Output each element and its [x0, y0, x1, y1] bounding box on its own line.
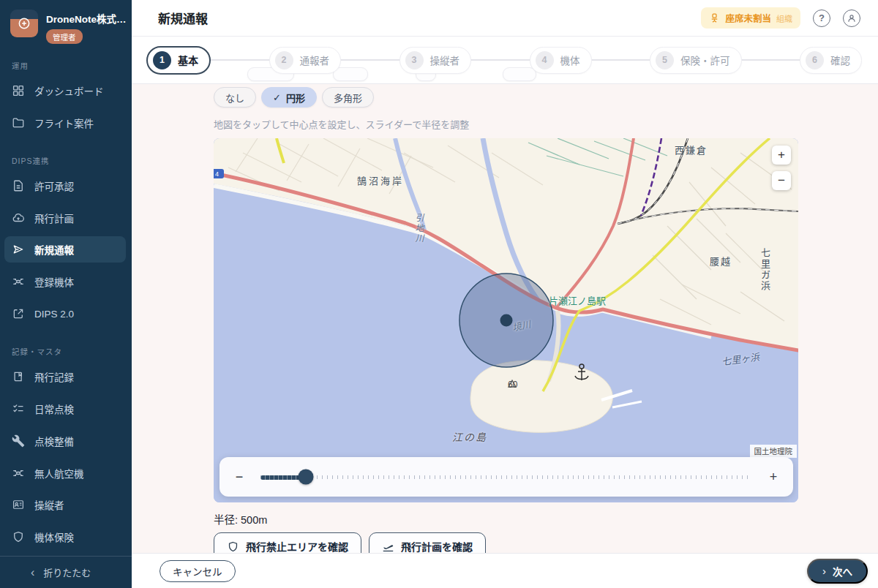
shape-option-label: 多角形: [334, 91, 362, 105]
main-area: 新規通報 座席未割当 組織 ? 1 基本 2 通報者: [132, 0, 878, 588]
clipped-button: [503, 67, 536, 81]
folder-icon: [12, 116, 25, 129]
step-label: 操縦者: [430, 53, 460, 67]
seat-badge-label: 座席未割当: [725, 11, 771, 25]
cloud-upload-icon: [12, 211, 25, 225]
help-glyph: ?: [819, 12, 825, 23]
check-flight-plan-button[interactable]: 飛行計画を確認: [369, 532, 486, 553]
shape-option-label: 円形: [286, 91, 305, 105]
route-shield-icon: 4: [214, 169, 224, 178]
map-zoom-out-button[interactable]: −: [772, 171, 791, 190]
plane-takeoff-icon: [382, 540, 394, 553]
sidebar-collapse-button[interactable]: ‹ 折りたたむ: [0, 556, 132, 588]
sidebar-item-label: 登録機体: [34, 274, 74, 289]
step-label: 機体: [560, 53, 580, 67]
form-content: なし ✓ 円形 多角形 地図をタップして中心点を設定し、スライダーで半径を調整: [132, 84, 878, 553]
sidebar-section-records: 記録・マスタ: [0, 346, 132, 357]
seat-unassigned-badge[interactable]: 座席未割当 組織: [701, 7, 800, 29]
id-card-icon: [12, 498, 25, 511]
shape-selector: なし ✓ 円形 多角形: [214, 87, 878, 108]
external-link-icon: [12, 307, 25, 320]
step-number: 2: [275, 51, 293, 69]
sidebar-item-new-report[interactable]: 新規通報: [4, 236, 126, 263]
app-logo-icon: [10, 10, 38, 37]
sidebar-item-pilot[interactable]: 操縦者: [4, 491, 126, 518]
wrench-icon: [12, 434, 25, 448]
sidebar-item-uav[interactable]: 無人航空機: [4, 460, 126, 486]
radius-slider[interactable]: [260, 469, 752, 485]
sidebar-item-registered-aircraft[interactable]: 登録機体: [4, 268, 126, 295]
flight-area-map[interactable]: 西鎌倉 鵠沼海岸 引地川 片瀬江ノ島駅 境川 腰越 七里ガ浜 七里ヶ浜 江の島 …: [214, 138, 798, 502]
user-account-icon[interactable]: [843, 10, 860, 27]
radius-slider-panel: − +: [220, 457, 793, 497]
step-aircraft[interactable]: 4 機体: [530, 47, 592, 74]
sidebar-item-dips2[interactable]: DIPS 2.0: [4, 301, 126, 327]
sidebar-item-flight-projects[interactable]: フライト案件: [4, 110, 126, 136]
action-button-label: 飛行禁止エリアを確認: [246, 539, 348, 553]
sidebar-item-flight-log[interactable]: 飛行記録: [4, 363, 126, 390]
step-connector: [590, 59, 652, 61]
wizard-stepper: 1 基本 2 通報者 3 操縦者 4 機体 5 保険・許可 6 確認: [132, 37, 878, 84]
sidebar-item-insurance[interactable]: 機体保険: [4, 524, 126, 550]
map-label-enoshima: 江の島: [452, 429, 487, 444]
drone-icon: [12, 467, 25, 480]
sidebar-item-approval[interactable]: 許可承認: [4, 173, 126, 199]
sidebar-item-dashboard[interactable]: ダッシュボード: [4, 78, 126, 104]
chevron-left-icon: ‹: [31, 567, 34, 578]
sidebar-section-operations: 運用: [0, 60, 132, 71]
step-label: 通報者: [300, 53, 330, 67]
next-button-label: 次へ: [833, 564, 852, 578]
step-confirm[interactable]: 6 確認: [800, 47, 862, 74]
sidebar-item-flight-plan[interactable]: 飛行計画: [4, 205, 126, 231]
slider-handle[interactable]: [298, 470, 313, 485]
checklist-icon: [12, 402, 25, 415]
help-icon[interactable]: ?: [813, 10, 830, 27]
step-reporter[interactable]: 2 通報者: [269, 47, 342, 74]
shape-option-circle[interactable]: ✓ 円形: [261, 87, 317, 108]
shape-option-polygon[interactable]: 多角形: [322, 87, 374, 108]
sidebar-item-maintenance[interactable]: 点検整備: [4, 428, 126, 454]
map-action-buttons: 飛行禁止エリアを確認 飛行計画を確認: [214, 532, 878, 553]
collapse-label: 折りたたむ: [43, 565, 91, 579]
sidebar-item-label: フライト案件: [34, 116, 94, 130]
step-basic[interactable]: 1 基本: [146, 46, 211, 75]
sidebar-item-label: 飛行記録: [34, 369, 74, 384]
book-icon: [12, 370, 25, 383]
role-badge: 管理者: [46, 29, 83, 44]
sidebar-item-daily-inspection[interactable]: 日常点検: [4, 396, 126, 422]
map-attribution: 国土地理院: [750, 445, 798, 458]
slider-ticks: [260, 475, 752, 479]
next-button[interactable]: › 次へ: [807, 559, 868, 584]
map-label-nishikamakura: 西鎌倉: [675, 143, 708, 157]
step-insurance[interactable]: 5 保険・許可: [650, 47, 742, 74]
sidebar-item-label: 機体保険: [34, 529, 74, 544]
sidebar-section-dips: DIPS連携: [0, 155, 132, 166]
seat-badge-suffix: 組織: [776, 12, 792, 24]
shape-option-none[interactable]: なし: [214, 87, 256, 108]
map-zoom-controls: + −: [772, 146, 791, 190]
slider-increase-button[interactable]: +: [764, 467, 783, 486]
radius-value-label: 半径: 500m: [214, 511, 878, 527]
step-label: 基本: [178, 53, 198, 67]
step-label: 保険・許可: [680, 53, 730, 67]
sidebar: DroneNote株式… 管理者 運用 ダッシュボード フライト案件 DIPS連…: [0, 0, 132, 588]
chevron-right-icon: ›: [822, 565, 826, 577]
slider-decrease-button[interactable]: −: [230, 467, 249, 486]
check-no-fly-zone-button[interactable]: 飛行禁止エリアを確認: [214, 532, 361, 553]
map-zoom-in-button[interactable]: +: [772, 146, 791, 165]
step-connector: [740, 59, 802, 61]
sidebar-item-label: 新規通報: [34, 242, 74, 257]
cancel-button[interactable]: キャンセル: [160, 560, 236, 582]
top-bar: 新規通報 座席未割当 組織 ?: [132, 0, 878, 37]
spot-elevation-label: 60: [508, 380, 517, 390]
org-name: DroneNote株式…: [46, 11, 123, 26]
shield-icon: [227, 540, 239, 553]
map-label-koshigoe: 腰越: [710, 254, 732, 268]
step-pilot[interactable]: 3 操縦者: [399, 47, 472, 74]
shape-option-label: なし: [225, 91, 244, 105]
map-label-shichirigahama: 七里ガ浜: [758, 248, 772, 292]
sidebar-item-label: 操縦者: [34, 497, 64, 512]
check-icon: ✓: [273, 92, 281, 103]
send-icon: [12, 243, 25, 256]
map-label-hikijigawa: 引地川: [413, 213, 425, 244]
